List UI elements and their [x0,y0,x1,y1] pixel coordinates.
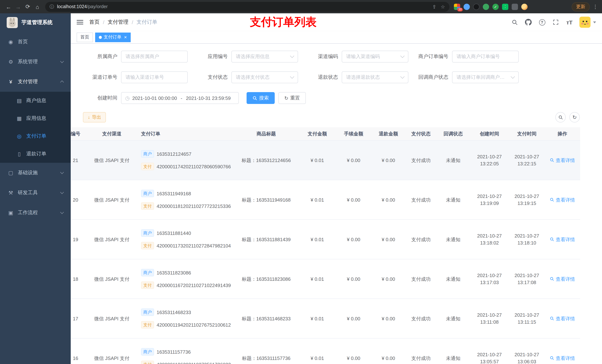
cell-notify: 未通知 [437,275,470,282]
filter-label: 所属商户 [86,53,121,60]
app-no-select[interactable]: 请选择应用信息 [231,51,298,62]
pay-order-no: 4200001186202110273561736022 [157,361,231,364]
extension-icon[interactable]: ✓ [492,3,499,10]
download-icon: ↓ [88,115,90,120]
view-detail-link[interactable]: 查看详情 [550,275,575,282]
chevron-up-icon [60,81,64,84]
sidebar-item-pay-order[interactable]: ◎支付订单 [0,127,71,145]
share-icon[interactable]: ⇪ [432,4,436,10]
order-numbers: 商户1635311823086支付42000011672021102710224… [141,269,231,289]
cell-order: 商户1635311881440支付42000011732021102728479… [134,229,234,249]
notify-status-select[interactable]: 请选择订单回调商户状态 [452,71,519,83]
extension-icon[interactable] [473,3,479,10]
back-icon[interactable]: ← [4,2,13,11]
document-icon: ▯ [16,151,22,157]
sidebar-item-home[interactable]: ◉首页 [0,32,71,52]
pay-status-select[interactable]: 请选择支付状态 [231,71,298,83]
yen-icon: ¥ [8,79,14,85]
date-separator: - [181,95,182,101]
user-menu[interactable] [580,17,596,28]
pay-order-line: 支付4200001173202110272847982104 [141,242,231,249]
view-detail-link[interactable]: 查看详情 [550,236,575,243]
order-numbers: 商户1635311157736支付42000011862021102735617… [141,348,231,364]
search-icon[interactable] [511,19,518,26]
filter-pay-status: 支付状态请选择支付状态 [196,71,298,83]
extension-icon[interactable] [483,3,489,10]
chevron-down-icon [60,210,64,214]
pay-order-line: 支付4200001186202110273561736022 [141,361,231,364]
extension-icon[interactable]: 10 [454,3,460,10]
column-header-refund: 退款金额 [371,130,405,137]
view-detail-link[interactable]: 查看详情 [550,196,575,203]
channel-code-select[interactable]: 请输入渠道编码 [342,51,408,62]
sidebar-item-system[interactable]: ⚙系统管理 [0,52,71,72]
sidebar-item-merchant-info[interactable]: ▤商户信息 [0,92,71,110]
sidebar-item-infrastructure[interactable]: ▢基础设施 [0,163,71,183]
refresh-table-icon[interactable]: ↻ [570,112,580,123]
date-line: 2021-10-27 [515,272,539,279]
tab-home[interactable]: 首页 [77,32,93,42]
view-detail-link[interactable]: 查看详情 [550,354,575,362]
sidebar-item-app-info[interactable]: ▦应用信息 [0,110,71,127]
app-logo: 芋道管理系统 [0,13,71,32]
close-icon[interactable]: × [124,35,127,40]
site-info-icon[interactable]: ⓘ [50,3,54,10]
view-detail-link[interactable]: 查看详情 [550,315,575,322]
address-bar[interactable]: ⓘ localhost:1024 /pay/order ⇪ ☆ [45,2,450,12]
browser-menu-icon[interactable]: ⋮ [593,4,598,10]
export-button[interactable]: ↓ 导出 [83,112,106,123]
sidebar-item-workflow[interactable]: ▣工作流程 [0,203,71,223]
breadcrumb-separator: / [132,19,133,25]
merchant-order-line: 商户1635311949168 [141,190,231,197]
bookmark-star-icon[interactable]: ☆ [441,4,445,10]
font-size-icon[interactable]: тT [566,19,573,26]
cell-title: 标题：1635311823086 [234,275,299,282]
column-header-status: 支付状态 [405,130,437,137]
toggle-search-icon[interactable] [555,112,566,123]
fullscreen-icon[interactable] [552,19,559,26]
tab-pay-order[interactable]: 支付订单× [95,32,130,42]
sidebar-item-refund-order[interactable]: ▯退款订单 [0,145,71,163]
view-detail-label: 查看详情 [556,354,575,362]
extension-icon[interactable] [463,3,470,10]
reset-button[interactable]: ↻ 重置 [279,92,306,104]
extensions-puzzle-icon[interactable] [512,3,518,10]
placeholder-text: 请选择所属商户 [126,53,183,60]
cell-action: 查看详情 [545,196,580,203]
create-time-range-input[interactable]: ◷ 2021-10-01 00:00:00 - 2021-10-31 23:59… [121,92,239,104]
extension-icon[interactable]: ⁚ [502,3,508,10]
channel-order-no-input[interactable]: 请输入渠道订单号 [121,71,188,83]
breadcrumb-item[interactable]: 首页 [89,19,100,26]
merchant-order-no-input[interactable]: 请输入商户订单编号 [452,51,519,62]
table-row: 21微信 JSAPI 支付商户1635312124657支付4200001174… [71,141,580,180]
filter-channel-order-no: 渠道订单号请输入渠道订单号 [86,71,188,83]
cell-paid: 2021-10-2713:19:15 [509,193,545,207]
view-detail-link[interactable]: 查看详情 [550,157,575,164]
help-icon[interactable]: ? [538,19,546,26]
search-button[interactable]: 搜索 [247,92,275,104]
pay-order-no: 4200001167202110271022491439 [157,282,231,289]
merchant-input[interactable]: 请选择所属商户 [121,51,188,62]
date-line: 2021-10-27 [515,232,539,239]
github-icon[interactable] [525,19,532,26]
forward-icon[interactable]: → [13,2,23,11]
merchant-tag: 商户 [141,190,154,197]
browser-profile-avatar[interactable] [521,3,527,10]
order-numbers: 商户1635311949168支付42000011812021102777232… [141,190,231,210]
pay-tag: 支付 [141,281,154,289]
breadcrumb-item[interactable]: 支付管理 [108,19,129,26]
filter-label: 回调商户状态 [417,74,452,81]
sidebar-item-dev-tools[interactable]: ⚒研发工具 [0,183,71,203]
cell-created: 2021-10-2713:05:57 [470,351,509,364]
reload-icon[interactable]: ⟳ [23,2,32,11]
browser-update-button[interactable]: 更新 [572,2,590,11]
hamburger-icon[interactable] [77,20,83,24]
cell-order: 商户1635311949168支付42000011812021102777232… [134,190,234,210]
sidebar-item-payment[interactable]: ¥支付管理 [0,72,71,92]
page-title: 支付订单列表 [250,15,317,30]
sidebar-item-label: 支付管理 [18,78,38,85]
home-icon[interactable]: ⌂ [32,2,42,11]
refund-status-select[interactable]: 请选择退款状态 [342,71,408,83]
pay-tag: 支付 [141,242,154,249]
cell-status: 支付成功 [405,157,437,164]
